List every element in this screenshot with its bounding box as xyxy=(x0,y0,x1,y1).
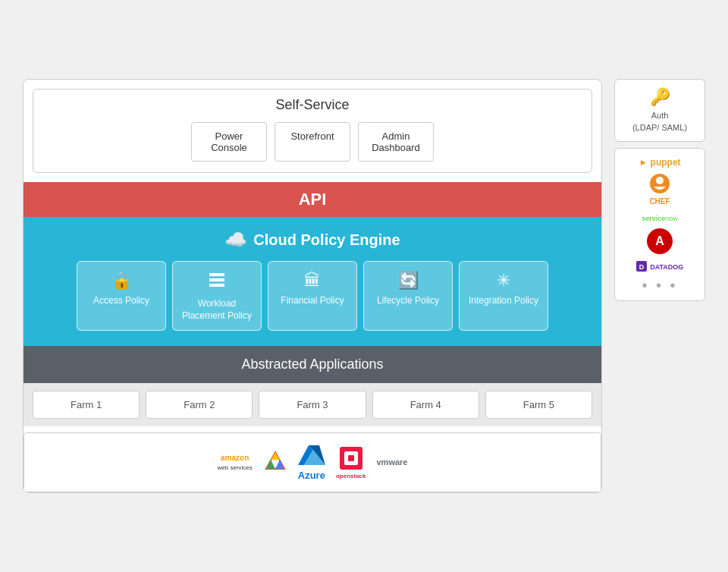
farm4-label: Farm 4 xyxy=(410,399,441,410)
policy-cards: 🔒 Access Policy Workload Placement Polic… xyxy=(33,261,592,330)
svg-point-14 xyxy=(656,177,664,184)
openstack-text: openstack xyxy=(336,473,366,479)
self-service-title: Self-Service xyxy=(41,97,584,113)
auth-box: 🔑 Auth(LDAP/ SAML) xyxy=(614,79,705,142)
chef-text: CHEF xyxy=(620,197,700,206)
cpe-label: Cloud Policy Engine xyxy=(253,231,400,249)
aws-logo: amazon web services xyxy=(218,453,253,471)
lifecycle-policy-label: Lifecycle Policy xyxy=(377,295,439,307)
admin-dashboard-label: Admin Dashboard xyxy=(372,130,420,153)
openstack-logo: openstack xyxy=(336,445,366,479)
financial-policy-label: Financial Policy xyxy=(281,295,344,307)
integration-policy-card[interactable]: ✳ Integration Policy xyxy=(459,261,548,330)
google-cloud-icon xyxy=(263,449,287,473)
abstracted-apps-bar: Abstracted Applications xyxy=(24,346,601,383)
cpe-section: ☁️ Cloud Policy Engine 🔒 Access Policy xyxy=(24,217,601,345)
svg-rect-0 xyxy=(209,273,224,276)
access-policy-label: Access Policy xyxy=(93,295,149,307)
svg-rect-2 xyxy=(209,284,224,287)
puppet-logo: ► puppet xyxy=(620,155,700,168)
aws-sub: web services xyxy=(218,464,253,471)
admin-dashboard-item[interactable]: Admin Dashboard xyxy=(358,122,434,162)
farm2-label: Farm 2 xyxy=(184,399,215,410)
right-panel: 🔑 Auth(LDAP/ SAML) ► puppet CHEF service… xyxy=(614,79,705,492)
azure-icon xyxy=(298,444,325,468)
ansible-icon: A xyxy=(647,228,673,254)
api-bar: API xyxy=(24,182,601,217)
farm5-label: Farm 5 xyxy=(523,399,554,410)
more-tools-dots: • • • xyxy=(642,277,677,294)
svg-text:D: D xyxy=(639,263,644,271)
tools-box: ► puppet CHEF servicenow A xyxy=(614,148,705,301)
svg-marker-4 xyxy=(271,452,280,460)
self-service-section: Self-Service Power Console Storefront Ad… xyxy=(33,89,592,173)
servicenow-text: servicenow xyxy=(642,215,678,222)
datadog-text: DATADOG xyxy=(650,263,683,271)
datadog-logo: D DATADOG xyxy=(620,259,700,272)
cloud-icon: ☁️ xyxy=(224,229,247,250)
farm2-box[interactable]: Farm 2 xyxy=(146,391,253,419)
workload-policy-card[interactable]: Workload Placement Policy xyxy=(172,261,262,330)
servicenow-logo: servicenow xyxy=(620,210,700,224)
power-console-label: Power Console xyxy=(211,130,247,153)
svg-rect-1 xyxy=(209,278,224,281)
puppet-text: ► puppet xyxy=(639,157,680,168)
farm1-box[interactable]: Farm 1 xyxy=(33,391,140,419)
farm5-box[interactable]: Farm 5 xyxy=(485,391,592,419)
farm3-box[interactable]: Farm 3 xyxy=(259,391,366,419)
storefront-item[interactable]: Storefront xyxy=(275,122,350,162)
vmware-logo: vmware xyxy=(376,457,407,467)
api-label: API xyxy=(299,190,327,209)
farm1-label: Farm 1 xyxy=(71,399,102,410)
chef-logo: CHEF xyxy=(620,173,700,206)
cpe-title: ☁️ Cloud Policy Engine xyxy=(33,229,592,250)
gear-asterisk-icon: ✳ xyxy=(497,271,510,291)
abstracted-apps-label: Abstracted Applications xyxy=(241,357,383,372)
ansible-logo: A xyxy=(620,228,700,254)
svg-rect-12 xyxy=(348,455,354,461)
azure-logo: Azure xyxy=(298,444,325,481)
farm4-box[interactable]: Farm 4 xyxy=(372,391,479,419)
farms-section: Farm 1 Farm 2 Farm 3 Farm 4 Farm 5 xyxy=(24,383,601,426)
storefront-label: Storefront xyxy=(290,130,334,142)
svg-marker-5 xyxy=(266,460,275,469)
bank-icon: 🏛 xyxy=(304,271,321,291)
auth-label: Auth(LDAP/ SAML) xyxy=(632,111,687,131)
integration-policy-label: Integration Policy xyxy=(469,295,538,307)
key-icon: 🔑 xyxy=(620,87,700,107)
datadog-icon: D xyxy=(636,261,647,272)
access-policy-card[interactable]: 🔒 Access Policy xyxy=(77,261,166,330)
aws-text: amazon xyxy=(221,454,249,462)
financial-policy-card[interactable]: 🏛 Financial Policy xyxy=(268,261,357,330)
self-service-items: Power Console Storefront Admin Dashboard xyxy=(41,122,584,162)
cloud-logos-section: amazon web services Azure xyxy=(24,432,601,492)
farm3-label: Farm 3 xyxy=(297,399,328,410)
google-logo xyxy=(263,449,287,475)
svg-marker-6 xyxy=(275,460,284,469)
chef-icon xyxy=(649,173,670,194)
left-panel: Self-Service Power Console Storefront Ad… xyxy=(23,79,602,492)
workload-policy-label: Workload Placement Policy xyxy=(179,298,255,322)
main-container: Self-Service Power Console Storefront Ad… xyxy=(23,79,705,492)
openstack-icon xyxy=(338,445,364,471)
azure-text: Azure xyxy=(298,470,325,481)
server-stack-icon xyxy=(208,271,226,294)
refresh-icon: 🔄 xyxy=(398,271,419,291)
power-console-item[interactable]: Power Console xyxy=(191,122,267,162)
vmware-text: vmware xyxy=(376,457,407,467)
lock-icon: 🔒 xyxy=(111,271,132,291)
lifecycle-policy-card[interactable]: 🔄 Lifecycle Policy xyxy=(363,261,453,330)
